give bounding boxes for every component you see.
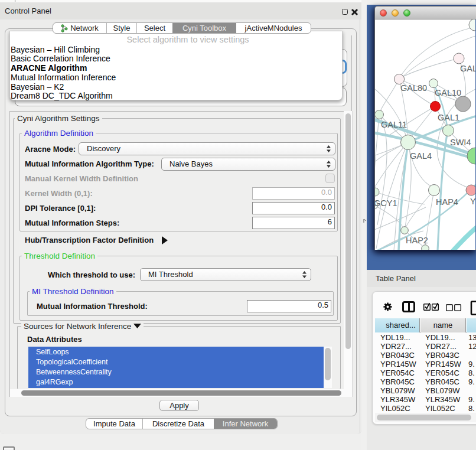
svg-text:GAL80: GAL80: [400, 83, 427, 93]
svg-text:YJ: YJ: [470, 197, 475, 206]
svg-text:GAL11: GAL11: [381, 120, 407, 129]
svg-text:HAP2: HAP2: [406, 236, 428, 245]
svg-text:GAL7: GAL7: [460, 64, 475, 73]
svg-text:GAL4: GAL4: [410, 151, 432, 161]
svg-text:GAL1: GAL1: [438, 113, 459, 122]
svg-text:SWI4: SWI4: [450, 138, 471, 147]
svg-text:GCY1: GCY1: [375, 198, 397, 208]
svg-text:HAP4: HAP4: [436, 197, 458, 207]
svg-text:GAL10: GAL10: [435, 88, 461, 97]
